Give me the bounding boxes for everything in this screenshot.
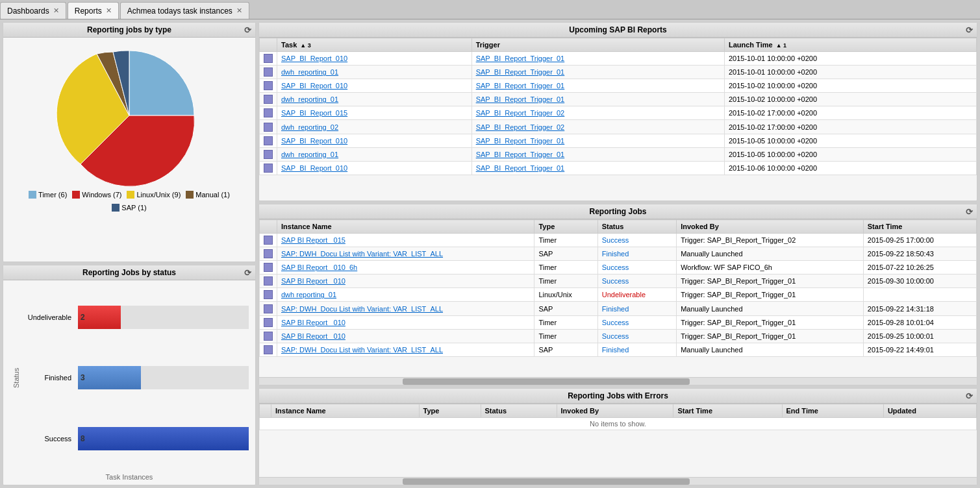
row-icon-cell <box>260 234 277 247</box>
upcoming-reports-refresh[interactable]: ⟳ <box>966 25 973 35</box>
task-link[interactable]: SAP_BI_Report_010 <box>281 164 347 172</box>
trigger-link[interactable]: SAP_BI_Report_Trigger_01 <box>476 95 565 103</box>
tab-dashboards[interactable]: Dashboards ✕ <box>0 2 66 19</box>
row-start-time: 2015-09-25 10:00:01 <box>863 329 976 343</box>
instance-link[interactable]: SAP: DWH_Docu List with Variant: VAR_LIS… <box>281 250 443 258</box>
err-col-start[interactable]: Start Time <box>673 404 782 418</box>
err-col-end[interactable]: End Time <box>782 404 883 418</box>
trigger-link[interactable]: SAP_BI_Report_Trigger_01 <box>476 55 565 62</box>
row-status: Undeliverable <box>597 288 676 302</box>
table-row: SAP_BI_Report_015 SAP_BI_Report_Trigger_… <box>260 106 977 120</box>
col-trigger-header[interactable]: Trigger <box>471 38 724 52</box>
status-badge: Success <box>602 319 629 326</box>
trigger-link[interactable]: SAP_BI_Report_Trigger_01 <box>476 137 565 145</box>
row-trigger: SAP_BI_Report_Trigger_01 <box>471 147 724 161</box>
task-link[interactable]: dwh_reporting_01 <box>281 68 338 76</box>
task-link[interactable]: SAP_BI_Report_015 <box>281 109 347 117</box>
tab-reports-close[interactable]: ✕ <box>106 6 112 15</box>
instance-link[interactable]: SAP BI Report _010 <box>281 277 346 285</box>
col-icon-header <box>260 38 277 52</box>
row-invoked: Manually Launched <box>677 302 864 315</box>
pie-chart-container: Timer (6) Windows (7) Linux/Unix (9) Man… <box>3 38 255 262</box>
status-badge: Finished <box>602 305 629 313</box>
upcoming-reports-scroll[interactable]: Task ▲ 3 Trigger Launch Time ▲ 1 <box>259 38 977 201</box>
task-link[interactable]: SAP_BI_Report_010 <box>281 137 347 145</box>
row-icon-cell <box>260 52 277 66</box>
left-panel: Reporting jobs by type ⟳ <box>3 22 256 485</box>
right-panel: Upcoming SAP BI Reports ⟳ Task ▲ 3 Tr <box>258 22 977 485</box>
trigger-link[interactable]: SAP_BI_Report_Trigger_01 <box>476 151 565 158</box>
tab-reports-label: Reports <box>75 6 102 16</box>
bar-finished-track: 3 <box>78 366 249 389</box>
row-type: Timer <box>534 261 597 274</box>
err-col-type[interactable]: Type <box>419 404 481 418</box>
task-link[interactable]: SAP_BI_Report_010 <box>281 55 347 62</box>
task-link[interactable]: SAP_BI_Report_010 <box>281 82 347 90</box>
row-launch-time: 2015-10-02 10:00:00 +0200 <box>724 79 976 93</box>
row-task: SAP_BI_Report_015 <box>277 106 472 120</box>
pie-chart-refresh[interactable]: ⟳ <box>244 25 251 35</box>
trigger-link[interactable]: SAP_BI_Report_Trigger_01 <box>476 68 565 76</box>
row-type: Timer <box>534 274 597 288</box>
instance-link[interactable]: dwh reporting_01 <box>281 291 336 299</box>
trigger-link[interactable]: SAP_BI_Report_Trigger_01 <box>476 82 565 90</box>
col-task-header[interactable]: Task ▲ 3 <box>277 38 472 52</box>
row-icon <box>264 318 273 327</box>
row-trigger: SAP_BI_Report_Trigger_01 <box>471 66 724 79</box>
errors-scroll[interactable]: Instance Name Type Status Invoked By Sta… <box>259 404 977 477</box>
reporting-jobs-scrollbar[interactable] <box>259 377 977 385</box>
trigger-link[interactable]: SAP_BI_Report_Trigger_02 <box>476 109 565 117</box>
row-icon <box>264 164 273 173</box>
instance-link[interactable]: SAP BI Report _010 <box>281 332 346 340</box>
err-col-name[interactable]: Instance Name <box>271 404 420 418</box>
row-status: Success <box>597 234 676 247</box>
rj-col-invoked[interactable]: Invoked By <box>677 220 864 234</box>
instance-link[interactable]: SAP: DWH_Docu List with Variant: VAR_LIS… <box>281 346 443 354</box>
err-col-status[interactable]: Status <box>481 404 557 418</box>
instance-link[interactable]: SAP BI Report _015 <box>281 236 346 244</box>
row-type: Timer <box>534 315 597 329</box>
task-link[interactable]: dwh_reporting_01 <box>281 95 338 103</box>
task-link[interactable]: dwh_reporting_02 <box>281 123 338 131</box>
rj-col-status[interactable]: Status <box>597 220 676 234</box>
tab-achmea-close[interactable]: ✕ <box>236 6 242 15</box>
reporting-jobs-scroll-thumb <box>403 378 690 385</box>
table-row: SAP_BI_Report_010 SAP_BI_Report_Trigger_… <box>260 134 977 147</box>
trigger-link[interactable]: SAP_BI_Report_Trigger_02 <box>476 123 565 131</box>
rj-col-type[interactable]: Type <box>534 220 597 234</box>
tab-dashboards-close[interactable]: ✕ <box>53 6 59 15</box>
bar-success-value: 8 <box>81 434 85 443</box>
tab-reports[interactable]: Reports ✕ <box>68 2 119 19</box>
errors-refresh[interactable]: ⟳ <box>966 391 973 401</box>
row-start-time: 2015-09-22 14:31:18 <box>863 302 976 315</box>
bar-success-fill: 8 <box>78 427 249 450</box>
reporting-jobs-scroll[interactable]: Instance Name Type Status Invoked By Sta… <box>259 219 977 377</box>
legend-timer-label: Timer (6) <box>38 191 67 199</box>
reporting-jobs-widget: Reporting Jobs ⟳ Instance Name Type Stat… <box>258 204 977 385</box>
instance-link[interactable]: SAP BI Report _010_6h <box>281 263 357 271</box>
row-icon <box>264 290 273 299</box>
tab-achmea[interactable]: Achmea todays task instances ✕ <box>120 2 249 19</box>
errors-scrollbar[interactable] <box>259 477 977 485</box>
trigger-link[interactable]: SAP_BI_Report_Trigger_01 <box>476 164 565 172</box>
row-invoked: Manually Launched <box>677 247 864 261</box>
row-status: Finished <box>597 343 676 356</box>
row-invoked: Trigger: SAP_BI_Report_Trigger_01 <box>677 288 864 302</box>
instance-link[interactable]: SAP: DWH_Docu List with Variant: VAR_LIS… <box>281 305 443 313</box>
bar-chart-refresh[interactable]: ⟳ <box>244 268 251 278</box>
row-icon-cell <box>260 93 277 106</box>
table-row: SAP BI Report _010_6h Timer Success Work… <box>260 261 977 274</box>
errors-table: Instance Name Type Status Invoked By Sta… <box>259 404 977 430</box>
err-col-updated[interactable]: Updated <box>883 404 976 418</box>
row-task: SAP_BI_Report_010 <box>277 79 472 93</box>
rj-col-name[interactable]: Instance Name <box>277 220 534 234</box>
pie-chart-widget: Reporting jobs by type ⟳ <box>3 22 256 262</box>
row-start-time: 2015-09-25 17:00:00 <box>863 234 976 247</box>
col-launch-header[interactable]: Launch Time ▲ 1 <box>724 38 976 52</box>
rj-col-start[interactable]: Start Time <box>863 220 976 234</box>
reporting-jobs-refresh[interactable]: ⟳ <box>966 207 973 217</box>
instance-link[interactable]: SAP BI Report _010 <box>281 319 346 326</box>
legend-windows: Windows (7) <box>72 191 121 199</box>
err-col-invoked[interactable]: Invoked By <box>557 404 673 418</box>
task-link[interactable]: dwh_reporting_01 <box>281 151 338 158</box>
